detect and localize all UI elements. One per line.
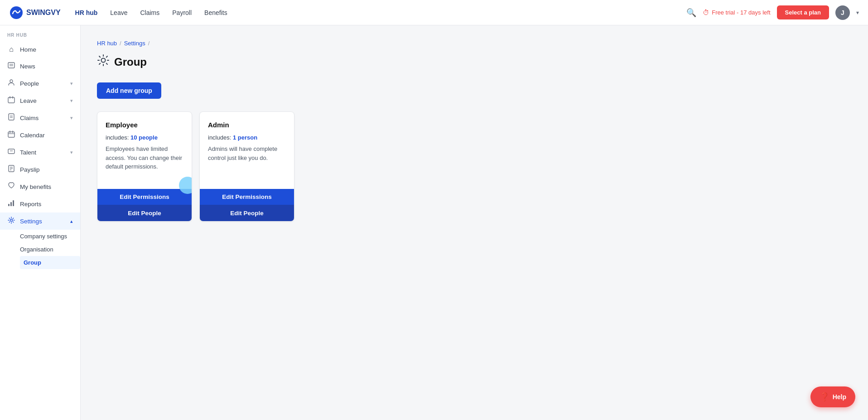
sidebar-item-my-benefits[interactable]: My benefits (0, 178, 80, 195)
leave-icon (7, 96, 15, 105)
sidebar-label-home: Home (20, 46, 73, 53)
svg-rect-15 (8, 149, 14, 154)
admin-card-includes: includes: 1 person (208, 134, 286, 141)
sidebar-label-payslip: Payslip (20, 166, 73, 173)
free-trial-badge: ⏱ Free trial - 17 days left (703, 9, 770, 16)
sidebar-item-settings[interactable]: Settings ▴ (0, 212, 80, 230)
topnav-right: 🔍 ⏱ Free trial - 17 days left Select a p… (686, 5, 859, 20)
sidebar-item-calendar[interactable]: Calendar (0, 126, 80, 144)
sidebar-sub-organisation[interactable]: Organisation (20, 243, 80, 256)
svg-point-24 (10, 219, 13, 222)
svg-point-4 (10, 80, 13, 82)
sidebar-label-talent: Talent (20, 149, 66, 156)
sidebar-label-settings: Settings (20, 218, 66, 225)
svg-rect-23 (13, 200, 14, 206)
sidebar-item-reports[interactable]: Reports (0, 195, 80, 212)
sidebar-label-reports: Reports (20, 201, 73, 208)
employee-card-description: Employees have limited access. You can c… (106, 145, 183, 171)
sidebar-item-leave[interactable]: Leave ▾ (0, 92, 80, 109)
reports-icon (7, 199, 15, 208)
page-gear-icon (97, 54, 110, 70)
news-icon (7, 62, 15, 71)
sidebar-label-people: People (20, 80, 66, 87)
people-icon (7, 79, 15, 88)
employee-edit-permissions-button[interactable]: Edit Permissions (97, 189, 192, 205)
admin-group-card: Admin includes: 1 person Admins will hav… (199, 111, 294, 222)
talent-chevron-icon: ▾ (70, 150, 73, 155)
admin-card-actions: Edit Permissions Edit People (200, 189, 294, 221)
svg-rect-22 (10, 202, 12, 206)
breadcrumb-settings[interactable]: Settings (124, 40, 145, 47)
admin-card-body: Admin includes: 1 person Admins will hav… (200, 112, 294, 189)
sidebar-label-claims: Claims (20, 115, 66, 121)
search-button[interactable]: 🔍 (686, 8, 696, 18)
nav-hr-hub[interactable]: HR hub (75, 9, 98, 16)
sidebar-item-talent[interactable]: Talent ▾ (0, 144, 80, 161)
admin-includes-label: includes: (208, 134, 231, 141)
people-chevron-icon: ▾ (70, 81, 73, 87)
admin-card-description: Admins will have complete control just l… (208, 145, 286, 162)
admin-edit-permissions-button[interactable]: Edit Permissions (200, 189, 294, 205)
claims-chevron-icon: ▾ (70, 115, 73, 121)
logo[interactable]: SWINGVY (9, 5, 61, 20)
top-navigation: SWINGVY HR hub Leave Claims Payroll Bene… (0, 0, 868, 25)
breadcrumb: HR hub / Settings / (97, 40, 852, 47)
swingvy-logo-icon (9, 5, 24, 20)
sidebar-label-leave: Leave (20, 97, 66, 104)
settings-submenu: Company settings Organisation Group (0, 230, 80, 269)
add-new-group-button[interactable]: Add new group (97, 82, 161, 99)
svg-rect-1 (8, 63, 14, 68)
main-content: HR hub / Settings / Group Add new group … (81, 25, 868, 420)
nav-payroll[interactable]: Payroll (172, 9, 192, 16)
sidebar: HR HUB ⌂ Home News People ▾ Leave ▾ Clai… (0, 25, 81, 420)
employee-edit-people-button[interactable]: Edit People (97, 205, 192, 221)
breadcrumb-sep-2: / (148, 40, 150, 47)
sidebar-section-label: HR HUB (0, 33, 80, 41)
admin-edit-people-button[interactable]: Edit People (200, 205, 294, 221)
nav-claims[interactable]: Claims (140, 9, 159, 16)
sidebar-item-claims[interactable]: Claims ▾ (0, 109, 80, 126)
svg-rect-5 (8, 97, 14, 103)
svg-point-25 (101, 58, 106, 63)
sidebar-sub-company-settings[interactable]: Company settings (20, 230, 80, 243)
svg-rect-11 (8, 132, 14, 137)
help-label: Help (833, 393, 846, 401)
my-benefits-icon (7, 182, 15, 191)
avatar-chevron-icon[interactable]: ▾ (856, 10, 859, 16)
sidebar-item-payslip[interactable]: Payslip (0, 161, 80, 178)
employee-includes-count[interactable]: 10 people (130, 134, 158, 141)
svg-rect-8 (9, 114, 14, 120)
page-header: Group (97, 54, 852, 70)
help-button[interactable]: ❓ Help (810, 386, 855, 407)
claims-icon (7, 113, 15, 122)
group-cards: Employee includes: 10 people Employees h… (97, 111, 852, 222)
payslip-icon (7, 165, 15, 174)
sidebar-item-news[interactable]: News (0, 58, 80, 75)
page-title: Group (114, 56, 147, 68)
svg-rect-21 (8, 204, 10, 206)
employee-group-card: Employee includes: 10 people Employees h… (97, 111, 192, 222)
employee-card-actions: Edit Permissions Edit People (97, 189, 192, 221)
admin-includes-count[interactable]: 1 person (233, 134, 257, 141)
nav-leave[interactable]: Leave (110, 9, 127, 16)
sidebar-sub-group[interactable]: Group (20, 256, 80, 269)
settings-icon (7, 217, 15, 226)
sidebar-item-home[interactable]: ⌂ Home (0, 41, 80, 58)
sidebar-label-calendar: Calendar (20, 132, 73, 139)
nav-benefits[interactable]: Benefits (204, 9, 227, 16)
logo-text: SWINGVY (26, 9, 61, 17)
select-plan-button[interactable]: Select a plan (777, 5, 829, 19)
clock-icon: ⏱ (703, 9, 709, 16)
sidebar-label-news: News (20, 63, 73, 70)
employee-card-includes: includes: 10 people (106, 134, 183, 141)
help-icon: ❓ (820, 392, 829, 402)
sidebar-item-people[interactable]: People ▾ (0, 75, 80, 92)
home-icon: ⌂ (7, 45, 15, 53)
employee-includes-label: includes: (106, 134, 129, 141)
employee-card-body: Employee includes: 10 people Employees h… (97, 112, 192, 189)
avatar[interactable]: J (835, 5, 850, 20)
breadcrumb-hr-hub[interactable]: HR hub (97, 40, 117, 47)
free-trial-text: Free trial - 17 days left (712, 9, 770, 16)
sidebar-label-my-benefits: My benefits (20, 183, 73, 190)
calendar-icon (7, 130, 15, 140)
